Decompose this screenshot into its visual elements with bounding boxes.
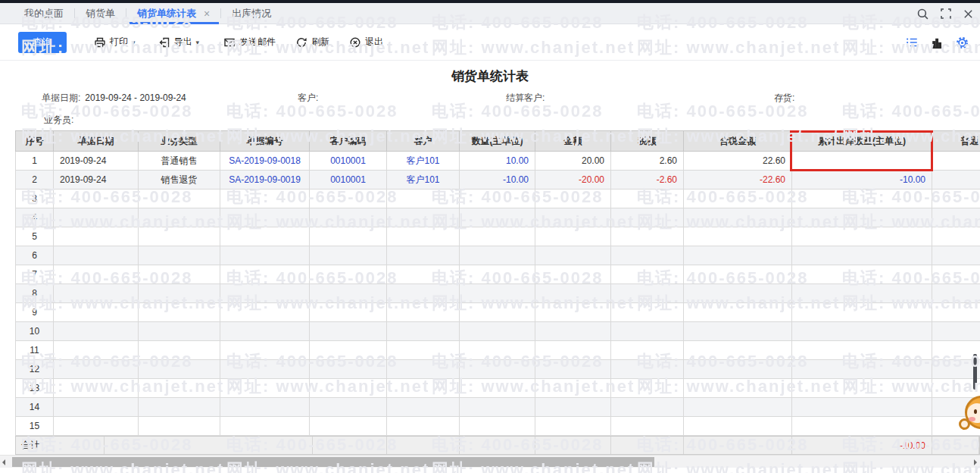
table-cell: [932, 265, 980, 284]
column-header[interactable]: 单据日期: [54, 131, 139, 152]
table-cell: 11: [16, 341, 54, 360]
cell-link[interactable]: 0010001: [310, 152, 387, 171]
bar-chart-icon[interactable]: [930, 36, 944, 49]
filter-settle-customer: 结算客户:: [506, 92, 545, 105]
table-cell: [387, 417, 460, 436]
total-cell: [611, 437, 684, 454]
table-cell: [684, 227, 792, 246]
tab-label: 我的桌面: [24, 7, 64, 20]
query-button[interactable]: 查询: [18, 32, 67, 53]
filter-salesman: 业务员:: [44, 114, 73, 127]
table-cell: [220, 322, 310, 341]
horizontal-scrollbar[interactable]: [0, 455, 980, 468]
table-cell: [792, 227, 932, 246]
refresh-label: 刷新: [311, 36, 329, 49]
table-cell: [310, 190, 387, 208]
table-cell: [54, 246, 139, 265]
tab-sales-order[interactable]: 销货单: [75, 3, 126, 24]
report-area: 销货单统计表 单据日期:2019-09-24 - 2019-09-24 客户: …: [0, 61, 980, 473]
mascot-monkey[interactable]: [959, 394, 980, 443]
filter-date-value: 2019-09-24 - 2019-09-24: [85, 92, 186, 103]
table-cell: 2.60: [611, 152, 684, 171]
refresh-button[interactable]: 刷新: [295, 36, 329, 49]
column-header[interactable]: 单据编号: [220, 131, 310, 152]
table-cell: [54, 360, 139, 379]
scroll-right-arrow-icon[interactable]: [974, 459, 977, 465]
table-cell: [611, 246, 684, 265]
send-mail-button[interactable]: 发送邮件: [223, 36, 276, 49]
table-cell: [139, 322, 220, 341]
print-button[interactable]: 打印 ▾: [94, 36, 136, 49]
table-row: 13: [16, 379, 980, 398]
chevron-down-icon: ▾: [132, 39, 136, 46]
mascot-ear: [959, 418, 970, 430]
table-row: 3: [16, 190, 980, 208]
table-cell: 14: [16, 398, 54, 417]
mascot-blush: [969, 417, 975, 421]
close-icon[interactable]: [963, 8, 974, 20]
scroll-left-arrow-icon[interactable]: [2, 459, 5, 465]
table-cell: [387, 284, 460, 303]
total-cell: [313, 437, 387, 454]
tab-my-desktop[interactable]: 我的桌面: [14, 3, 74, 24]
column-header[interactable]: 客户编码: [310, 131, 387, 152]
chevron-down-icon: ▾: [196, 39, 200, 46]
column-header[interactable]: 序号: [16, 131, 54, 152]
gear-icon[interactable]: [955, 36, 969, 50]
table-cell: 2019-09-24: [54, 171, 139, 190]
cell-link[interactable]: 客户101: [387, 171, 460, 190]
tab-outbound-status[interactable]: 出库情况: [221, 3, 282, 24]
export-button[interactable]: 导出 ▾: [158, 36, 200, 49]
table-cell: [310, 398, 387, 417]
search-icon[interactable]: [916, 8, 929, 20]
column-header[interactable]: 数量(主单位): [460, 131, 535, 152]
cell-link[interactable]: 客户101: [387, 152, 460, 171]
total-label: 合计: [16, 437, 105, 454]
table-header-row: 序号单据日期业务类型单据编号客户编码客户数量(主单位)金额税额含税金额累计出库数…: [16, 131, 980, 152]
total-row: 合计-10.00: [15, 436, 980, 455]
filter-inventory: 存货:: [774, 92, 794, 105]
table-cell: [460, 190, 535, 208]
column-header[interactable]: 含税金额: [684, 131, 792, 152]
table-cell: [220, 190, 310, 208]
table-row: 4: [16, 208, 980, 227]
vertical-scrollbar-thumb[interactable]: [973, 354, 977, 390]
cell-link[interactable]: SA-2019-09-0019: [220, 171, 310, 190]
fullscreen-icon[interactable]: [940, 8, 952, 20]
table-cell: [792, 303, 932, 322]
table-cell: [611, 265, 684, 284]
refresh-icon: [295, 36, 307, 49]
column-header[interactable]: 金额: [535, 131, 611, 152]
table-cell: [932, 152, 980, 171]
column-header[interactable]: 累计出库数量(主单位): [792, 131, 932, 152]
table-cell: [387, 246, 460, 265]
cell-link[interactable]: SA-2019-09-0018: [220, 152, 310, 171]
table-cell: [792, 190, 932, 208]
horizontal-scrollbar-thumb[interactable]: [12, 457, 654, 467]
column-header[interactable]: 业务类型: [139, 131, 220, 152]
mail-icon: [223, 36, 236, 49]
tab-label: 出库情况: [232, 7, 271, 20]
column-header[interactable]: 税额: [611, 131, 684, 152]
exit-button[interactable]: 退出: [349, 36, 383, 49]
table-cell: [535, 265, 611, 284]
table-cell: [792, 284, 932, 303]
table-cell: [139, 303, 220, 322]
tab-close-icon[interactable]: ×: [204, 8, 210, 20]
table-row: 5: [16, 227, 980, 246]
column-header[interactable]: 普通: [932, 131, 980, 152]
total-cell: [684, 437, 792, 454]
table-cell: [54, 303, 139, 322]
tab-sales-order-statistics[interactable]: 销货单统计表 ×: [126, 3, 220, 24]
detail-list-icon[interactable]: [905, 36, 919, 49]
cell-link[interactable]: 0010001: [310, 171, 387, 190]
table-cell: [54, 265, 139, 284]
table-cell: [220, 303, 310, 322]
table-cell: [460, 303, 535, 322]
table-cell: [684, 417, 792, 436]
column-header[interactable]: 客户: [387, 131, 460, 152]
table-row: 14: [16, 398, 980, 417]
table-row: 7: [16, 265, 980, 284]
table-cell: [310, 417, 387, 436]
table-cell: [139, 341, 220, 360]
